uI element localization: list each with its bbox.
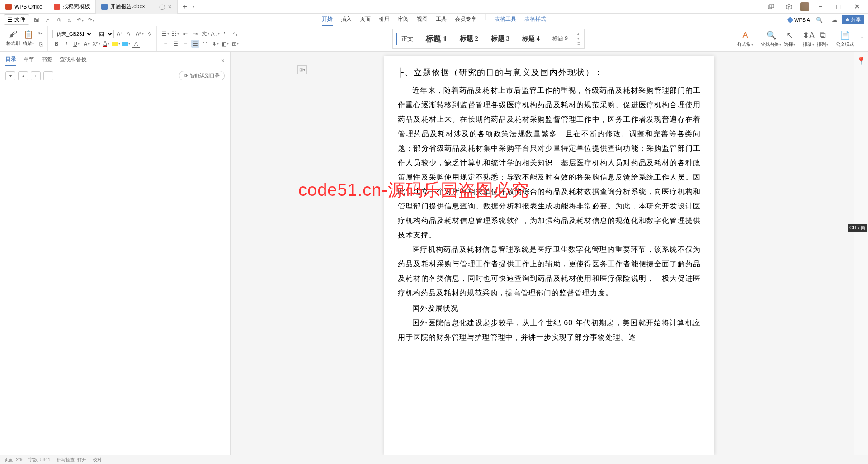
font-color-icon[interactable]: A▾ (102, 40, 110, 48)
collapse-ribbon-icon[interactable]: ⌃ (860, 36, 864, 42)
style-heading3[interactable]: 标题 3 (486, 32, 514, 45)
share-button[interactable]: ⋔ 分享 (842, 15, 864, 24)
user-avatar[interactable] (800, 2, 809, 11)
tab-icon[interactable]: ⇆ (231, 30, 239, 38)
redo-icon[interactable]: ↷▾ (87, 17, 94, 23)
text-direction-icon[interactable]: 文▾ (201, 30, 209, 38)
tab-templates[interactable]: 找稻壳模板 (48, 0, 96, 14)
wps-ai-button[interactable]: WPS AI (788, 17, 811, 23)
superscript-icon[interactable]: X²▾ (92, 40, 100, 48)
nav-tab-bookmark[interactable]: 书签 (42, 56, 52, 65)
para-shading-icon[interactable]: ◧▾ (221, 40, 229, 48)
bold-icon[interactable]: B (52, 40, 61, 48)
tab-options-icon[interactable]: ◯ (159, 4, 165, 10)
clear-format-icon[interactable]: ◊ (146, 30, 154, 38)
status-proof[interactable]: 校对 (93, 457, 102, 463)
align-justify-icon[interactable]: ☰ (191, 40, 199, 48)
menu-tab-reference[interactable]: 引用 (379, 14, 390, 26)
nav-tab-toc[interactable]: 目录 (5, 55, 16, 66)
tab-list-dropdown[interactable]: ▾ (193, 5, 194, 9)
align-left-icon[interactable]: ≡ (161, 40, 170, 48)
minimize-button[interactable]: － (814, 0, 827, 14)
window-list-icon[interactable] (764, 0, 778, 14)
status-page[interactable]: 页面: 2/9 (5, 457, 22, 463)
file-menu-button[interactable]: ☰ 文件 (4, 14, 29, 25)
page-options-icon[interactable]: ⊞ ▾ (297, 65, 307, 74)
shading-icon[interactable]: ▾ (122, 40, 130, 48)
gallery-more-icon[interactable]: ☰ (577, 42, 580, 46)
highlight-icon[interactable]: ▾ (112, 40, 120, 48)
show-marks-icon[interactable]: ¶ (221, 30, 229, 38)
nav-tab-find[interactable]: 查找和替换 (60, 56, 87, 65)
nav-collapse-icon[interactable]: ▴ (18, 71, 28, 80)
decrease-font-icon[interactable]: A⁻ (126, 30, 134, 38)
style-heading9[interactable]: 标题 9 (547, 33, 573, 45)
tab-wps-home[interactable]: WPS Office (0, 0, 48, 14)
paste-button[interactable]: 📋 粘贴▾ (23, 29, 34, 48)
style-heading2[interactable]: 标题 2 (455, 32, 483, 45)
nav-expand-icon[interactable]: ▾ (5, 71, 15, 80)
font-size-select[interactable]: 四号 (95, 30, 114, 38)
doc-heading[interactable]: ├、立题依据（研究的目的与意义及国内外现状）： (398, 64, 701, 80)
find-replace-button[interactable]: 🔍 查找替换▾ (761, 30, 781, 47)
smart-toc-button[interactable]: ⟳ 智能识别目录 (179, 71, 225, 80)
doc-paragraph[interactable]: 医疗机构药品及耗材信息管理系统是医疗卫生数字化管理的重要环节，该系统不仅为药品及… (398, 242, 701, 300)
italic-icon[interactable]: I (62, 40, 71, 48)
menu-tab-table-tools[interactable]: 表格工具 (495, 14, 516, 26)
tab-document[interactable]: 开题报告.docx ◯ × (96, 0, 178, 14)
doc-subheading[interactable]: 国外发展状况 (398, 301, 701, 316)
preview-icon[interactable]: ⎋ (66, 17, 73, 23)
line-spacing-icon[interactable]: ⬍▾ (211, 40, 219, 48)
menu-tab-table-styles[interactable]: 表格样式 (524, 14, 546, 26)
menu-tab-view[interactable]: 视图 (417, 14, 428, 26)
location-pin-icon[interactable]: 📍 (857, 56, 866, 65)
cloud-icon[interactable]: ☁ (832, 17, 837, 23)
style-set-button[interactable]: A 样式集▾ (737, 30, 753, 47)
copy-icon[interactable]: ⎘ (37, 40, 45, 48)
strikethrough-icon[interactable]: A̶▾ (82, 40, 90, 48)
style-body[interactable]: 正文 (396, 33, 418, 45)
change-case-icon[interactable]: Aᵃ▾ (136, 30, 144, 38)
menu-tab-tools[interactable]: 工具 (436, 14, 447, 26)
distribute-icon[interactable]: ⫿⫿ (201, 40, 209, 48)
menu-tab-start[interactable]: 开始 (322, 14, 333, 26)
numbering-icon[interactable]: ☷▾ (171, 30, 179, 38)
align-center-icon[interactable]: ☰ (171, 40, 179, 48)
increase-font-icon[interactable]: A⁺ (116, 30, 124, 38)
align-right-icon[interactable]: ≡ (181, 40, 189, 48)
gallery-up-icon[interactable]: ▴ (577, 32, 580, 36)
nav-add-icon[interactable]: ＋ (31, 71, 41, 80)
nav-tab-chapter[interactable]: 章节 (24, 56, 34, 65)
cut-icon[interactable]: ✂ (37, 29, 45, 38)
menu-tab-member[interactable]: 会员专享 (455, 14, 476, 26)
char-border-icon[interactable]: A (132, 40, 140, 48)
sort-icon[interactable]: A↕▾ (211, 30, 219, 38)
new-tab-button[interactable]: ＋ (178, 2, 192, 11)
decrease-indent-icon[interactable]: ⇤ (181, 30, 189, 38)
underline-icon[interactable]: U▾ (72, 40, 80, 48)
menu-tab-page[interactable]: 页面 (360, 14, 371, 26)
status-spellcheck[interactable]: 拼写检查: 打开 (57, 457, 86, 463)
select-button[interactable]: ↖ 选择▾ (784, 30, 795, 47)
close-button[interactable]: ✕ (850, 0, 863, 14)
doc-paragraph[interactable]: 近年来，随着药品及耗材上市后监管工作的重视，各级药品及耗材采购管理部门的工作重心… (398, 83, 701, 242)
arrange-button[interactable]: ⧉ 排列▾ (817, 30, 828, 47)
gallery-down-icon[interactable]: ▾ (577, 37, 580, 41)
nav-remove-icon[interactable]: － (43, 71, 53, 80)
status-words[interactable]: 字数: 5841 (28, 457, 50, 463)
doc-paragraph[interactable]: 国外医院信息化建设起步较早，从上个世纪 60 年代初期起，美国就开始将计算机应用… (398, 316, 701, 345)
menu-tab-review[interactable]: 审阅 (398, 14, 409, 26)
menu-tab-insert[interactable]: 插入 (341, 14, 352, 26)
package-icon[interactable] (782, 0, 796, 14)
close-icon[interactable]: × (168, 3, 171, 10)
search-icon[interactable]: 🔍 (816, 17, 823, 23)
borders-icon[interactable]: ⊞▾ (231, 40, 239, 48)
increase-indent-icon[interactable]: ⇥ (191, 30, 199, 38)
print-icon[interactable]: ⎙ (55, 17, 62, 23)
style-heading4[interactable]: 标题 4 (517, 33, 545, 45)
save-icon[interactable]: 🖫 (33, 17, 40, 23)
style-heading1[interactable]: 标题 1 (421, 31, 452, 46)
font-name-select[interactable]: 仿宋_GB2312 (52, 30, 93, 38)
maximize-button[interactable]: ◻ (832, 0, 845, 14)
undo-icon[interactable]: ↶▾ (76, 17, 84, 23)
